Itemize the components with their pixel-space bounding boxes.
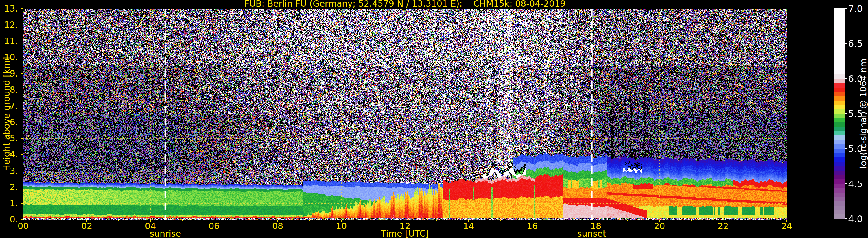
colorbar-tick-label: 4.0 [848,213,868,225]
x-tick-mark [405,219,405,222]
x-tick-label: 20 [648,221,671,231]
x-tick-mark [468,219,469,222]
y-tick-mark [21,8,23,9]
y-tick-label: 1. [0,199,18,208]
x-tick-mark [341,219,342,222]
x-tick-label: 08 [266,221,289,231]
y-tick-label: 2. [0,182,18,192]
colorbar-tick-label: 6.0 [848,73,868,84]
y-tick-label: 5. [0,134,18,143]
x-tick-mark [786,219,787,222]
colorbar-tick-mark [845,8,847,9]
colorbar-tick-mark [845,78,847,79]
x-tick-label: 04 [139,221,162,231]
x-tick-mark [23,219,24,222]
x-tick-mark [246,219,246,221]
y-tick-mark [21,219,23,220]
y-tick-mark [21,203,23,204]
x-tick-mark [182,219,183,221]
y-tick-mark [21,90,23,90]
y-tick-mark [21,171,23,171]
y-tick-mark [21,138,23,139]
y-tick-mark [21,154,23,155]
y-tick-label: 8. [0,85,18,95]
y-tick-mark [21,57,23,58]
x-tick-label: 06 [203,221,226,231]
x-tick-mark [755,219,755,221]
x-tick-mark [87,219,87,222]
x-tick-mark [214,219,214,222]
x-tick-label: 22 [712,221,735,231]
y-tick-label: 9. [0,69,18,78]
colorbar-tick-label: 5.0 [848,143,868,154]
x-tick-mark [691,219,691,221]
x-tick-label: 12 [393,221,416,231]
x-tick-label: 24 [775,221,798,231]
colorbar-tick-label: 6.5 [848,38,868,49]
y-tick-label: 6. [0,117,18,127]
x-tick-label: 14 [457,221,480,231]
x-tick-label: 02 [75,221,98,231]
x-tick-mark [659,219,660,222]
colorbar-tick-mark [845,148,847,149]
y-tick-label: 12. [0,20,18,30]
colorbar-tick-mark [845,113,847,114]
colorbar-tick-mark [845,43,847,44]
colorbar-tick-label: 7.0 [848,3,868,14]
x-tick-mark [532,219,532,222]
y-tick-mark [21,106,23,106]
y-tick-mark [21,187,23,188]
colorbar-canvas [834,8,845,219]
y-tick-label: 7. [0,101,18,111]
y-tick-label: 11. [0,36,18,46]
colorbar-tick-mark [845,183,847,184]
backscatter-heatmap-canvas [23,9,787,219]
figure-title: FUB: Berlin FU (Germany; 52.4579 N / 13.… [23,0,787,8]
x-tick-mark [500,219,501,221]
x-tick-label: 18 [584,221,608,231]
y-tick-mark [21,122,23,123]
x-tick-mark [564,219,564,221]
colorbar-tick-label: 4.5 [848,178,868,190]
x-tick-mark [627,219,628,221]
y-tick-label: 4. [0,150,18,159]
y-tick-label: 0. [0,215,18,224]
x-tick-mark [373,219,373,221]
x-tick-mark [55,219,55,221]
y-tick-label: 13. [0,4,18,13]
x-tick-mark [118,219,119,221]
y-tick-label: 3. [0,166,18,176]
x-tick-mark [723,219,723,222]
colorbar-tick-mark [845,218,847,219]
x-tick-mark [436,219,437,221]
y-tick-mark [21,41,23,41]
x-tick-mark [595,219,596,222]
y-tick-mark [21,73,23,74]
ceilometer-quicklook-figure: FUB: Berlin FU (Germany; 52.4579 N / 13.… [0,0,868,238]
x-tick-label: 10 [330,221,353,231]
y-tick-mark [21,25,23,25]
x-tick-mark [150,219,151,222]
x-tick-label: 16 [521,221,544,231]
x-tick-mark [309,219,310,221]
y-tick-label: 10. [0,53,18,62]
x-tick-mark [277,219,278,222]
colorbar-tick-label: 5.5 [848,108,868,119]
